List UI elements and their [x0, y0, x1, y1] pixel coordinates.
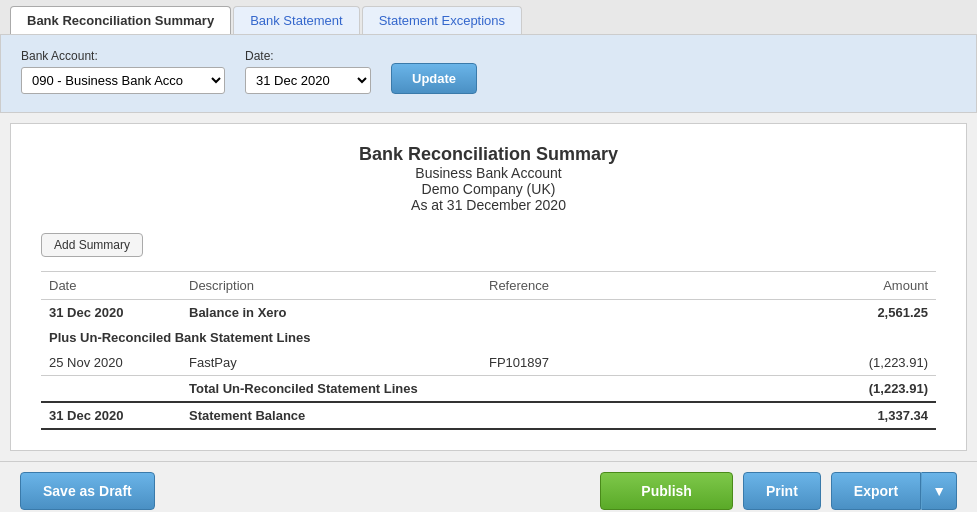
table-row-balance-xero: 31 Dec 2020 Balance in Xero 2,561.25: [41, 300, 936, 326]
fastpay-amount: (1,223.91): [681, 350, 936, 376]
report-as-at: As at 31 December 2020: [41, 197, 936, 213]
balance-date: 31 Dec 2020: [41, 300, 181, 326]
fastpay-description: FastPay: [181, 350, 481, 376]
col-description: Description: [181, 272, 481, 300]
balance-amount: 2,561.25: [681, 300, 936, 326]
update-button[interactable]: Update: [391, 63, 477, 94]
filter-row: Bank Account: 090 - Business Bank Acco D…: [21, 49, 956, 94]
report-table: Date Description Reference Amount 31 Dec…: [41, 271, 936, 430]
report-header: Bank Reconciliation Summary Business Ban…: [41, 144, 936, 213]
section-header-label: Plus Un-Reconciled Bank Statement Lines: [41, 325, 936, 350]
table-header-row: Date Description Reference Amount: [41, 272, 936, 300]
bank-account-select[interactable]: 090 - Business Bank Acco: [21, 67, 225, 94]
col-date: Date: [41, 272, 181, 300]
fastpay-date: 25 Nov 2020: [41, 350, 181, 376]
table-row-fastpay: 25 Nov 2020 FastPay FP101897 (1,223.91): [41, 350, 936, 376]
tabs-bar: Bank Reconciliation Summary Bank Stateme…: [0, 0, 977, 35]
statement-description: Statement Balance: [181, 402, 481, 429]
add-summary-button[interactable]: Add Summary: [41, 233, 143, 257]
filter-bar: Bank Account: 090 - Business Bank Acco D…: [0, 35, 977, 113]
table-row-total-unreconciled: Total Un-Reconciled Statement Lines (1,2…: [41, 376, 936, 403]
print-button[interactable]: Print: [743, 472, 821, 510]
total-unreconciled-label: Total Un-Reconciled Statement Lines: [181, 376, 481, 403]
date-group: Date: 31 Dec 2020: [245, 49, 371, 94]
report-company: Demo Company (UK): [41, 181, 936, 197]
export-dropdown-button[interactable]: ▼: [921, 472, 957, 510]
report-title: Bank Reconciliation Summary: [41, 144, 936, 165]
page-container: Bank Reconciliation Summary Bank Stateme…: [0, 0, 977, 512]
export-button-group: Export ▼: [831, 472, 957, 510]
main-content: Bank Reconciliation Summary Business Ban…: [10, 123, 967, 451]
date-select[interactable]: 31 Dec 2020: [245, 67, 371, 94]
bank-account-group: Bank Account: 090 - Business Bank Acco: [21, 49, 225, 94]
table-row-section-header: Plus Un-Reconciled Bank Statement Lines: [41, 325, 936, 350]
total-unreconciled-amount: (1,223.91): [681, 376, 936, 403]
balance-reference: [481, 300, 681, 326]
table-row-statement-balance: 31 Dec 2020 Statement Balance 1,337.34: [41, 402, 936, 429]
statement-date: 31 Dec 2020: [41, 402, 181, 429]
col-amount: Amount: [681, 272, 936, 300]
footer-bar: Save as Draft Publish Print Export ▼: [0, 461, 977, 512]
fastpay-reference: FP101897: [481, 350, 681, 376]
tab-statement-exceptions[interactable]: Statement Exceptions: [362, 6, 522, 34]
statement-amount: 1,337.34: [681, 402, 936, 429]
publish-button[interactable]: Publish: [600, 472, 733, 510]
export-button[interactable]: Export: [831, 472, 921, 510]
tab-bank-reconciliation-summary[interactable]: Bank Reconciliation Summary: [10, 6, 231, 34]
report-account-name: Business Bank Account: [41, 165, 936, 181]
save-draft-button[interactable]: Save as Draft: [20, 472, 155, 510]
balance-description: Balance in Xero: [181, 300, 481, 326]
statement-reference: [481, 402, 681, 429]
tab-bank-statement[interactable]: Bank Statement: [233, 6, 360, 34]
bank-account-label: Bank Account:: [21, 49, 225, 63]
date-label: Date:: [245, 49, 371, 63]
col-reference: Reference: [481, 272, 681, 300]
